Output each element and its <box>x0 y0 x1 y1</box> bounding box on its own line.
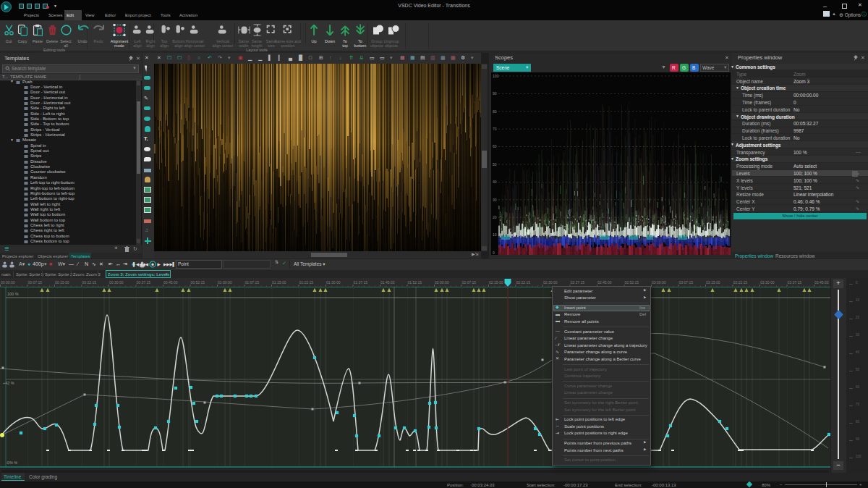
svg-text:01:30:00: 01:30:00 <box>326 280 341 285</box>
svg-text:02:15:00: 02:15:00 <box>489 280 503 285</box>
svg-text:03:22:15: 03:22:15 <box>733 280 748 285</box>
svg-text:00:30:00: 00:30:00 <box>109 280 124 285</box>
svg-text:02:07:15: 02:07:15 <box>462 280 477 285</box>
svg-text:03:37:15: 03:37:15 <box>788 280 802 285</box>
svg-text:20: 20 <box>493 215 497 219</box>
svg-text:+42 %: +42 % <box>3 381 14 385</box>
svg-text:02:45:00: 02:45:00 <box>597 280 612 285</box>
svg-text:-0% %: -0% % <box>6 460 17 465</box>
svg-text:03:15:00: 03:15:00 <box>706 280 720 285</box>
svg-text:02:00:00: 02:00:00 <box>435 280 449 285</box>
svg-text:00:45:00: 00:45:00 <box>163 280 178 285</box>
svg-text:00:52:15: 00:52:15 <box>191 280 205 285</box>
svg-text:03:30:00: 03:30:00 <box>760 280 775 285</box>
svg-text:00:22:15: 00:22:15 <box>82 280 97 285</box>
svg-text:01:22:15: 01:22:15 <box>299 280 314 285</box>
svg-text:10: 10 <box>493 232 497 237</box>
svg-text:00:37:15: 00:37:15 <box>137 280 151 285</box>
svg-text:01:37:15: 01:37:15 <box>354 280 368 285</box>
svg-text:01:00:00: 01:00:00 <box>218 280 232 285</box>
svg-text:02:30:00: 02:30:00 <box>543 280 558 285</box>
svg-text:00:15:00: 00:15:00 <box>55 280 69 285</box>
svg-text:30: 30 <box>493 198 497 202</box>
svg-text:01:45:00: 01:45:00 <box>380 280 395 285</box>
svg-text:01:15:00: 01:15:00 <box>272 280 286 285</box>
svg-text:00:00:00: 00:00:00 <box>1 280 15 285</box>
svg-text:80: 80 <box>493 109 497 114</box>
svg-text:03:07:15: 03:07:15 <box>679 280 694 285</box>
svg-text:02:22:15: 02:22:15 <box>516 280 531 285</box>
svg-text:100: 100 <box>493 74 499 78</box>
svg-text:03:45:00: 03:45:00 <box>814 280 829 285</box>
svg-text:0: 0 <box>493 251 495 255</box>
svg-text:90: 90 <box>493 91 497 96</box>
svg-text:50: 50 <box>493 162 497 167</box>
svg-text:40: 40 <box>493 180 497 184</box>
svg-text:00:07:15: 00:07:15 <box>28 280 43 285</box>
svg-text:01:52:15: 01:52:15 <box>408 280 422 285</box>
svg-text:03:00:00: 03:00:00 <box>652 280 666 285</box>
svg-text:01:07:15: 01:07:15 <box>245 280 260 285</box>
svg-text:100 %: 100 % <box>7 292 19 296</box>
svg-text:60: 60 <box>493 144 497 148</box>
svg-text:70: 70 <box>493 127 497 131</box>
svg-text:02:37:15: 02:37:15 <box>571 280 585 285</box>
svg-text:02:52:15: 02:52:15 <box>625 280 639 285</box>
